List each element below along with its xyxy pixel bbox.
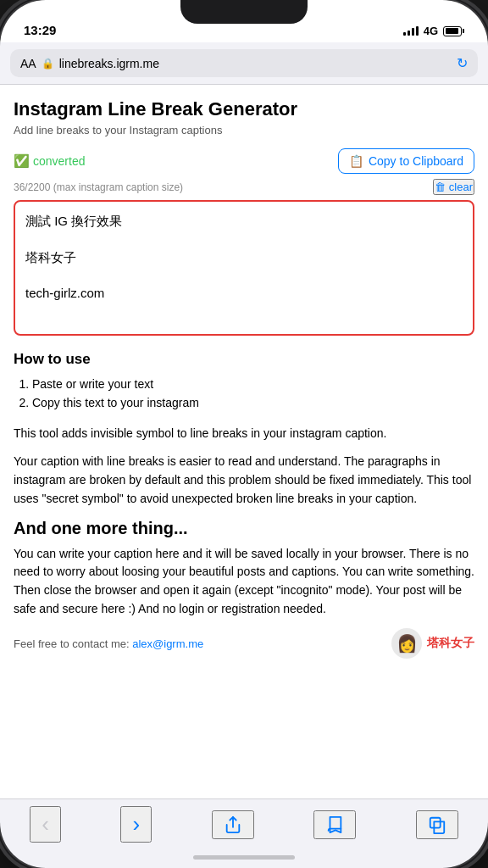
tabs-icon (428, 815, 446, 834)
clear-label: clear (449, 181, 473, 193)
phone-frame: 13:29 4G AA 🔒 linebreaks.igrm.me (0, 0, 488, 868)
address-left: AA 🔒 linebreaks.igrm.me (20, 57, 159, 70)
url-text: linebreaks.igrm.me (59, 57, 159, 70)
page-title: Instagram Line Break Generator (14, 98, 474, 120)
brand-name-label: 塔科女子 (427, 636, 474, 651)
how-step-1: Paste or write your text (32, 375, 474, 393)
text-line-3: 塔科女子 (25, 248, 463, 268)
info-paragraph-2: Your caption with line breaks is easier … (14, 453, 474, 508)
info-paragraph-1: This tool adds invisible symbol to line … (14, 425, 474, 443)
page-subtitle: Add line breaks to your Instagram captio… (14, 124, 474, 136)
text-line-1: 測試 IG 換行效果 (25, 212, 463, 231)
status-bar: 13:29 4G (0, 0, 488, 42)
browser-chrome: AA 🔒 linebreaks.igrm.me ↻ (0, 42, 488, 85)
battery-body (443, 26, 462, 36)
trash-icon: 🗑 (435, 181, 446, 193)
forward-button[interactable]: › (120, 806, 152, 843)
footer-row: Feel free to contact me: alex@igrm.me 👩 … (14, 628, 474, 665)
signal-bar-2 (408, 31, 410, 36)
forward-arrow-icon: › (132, 811, 140, 837)
converted-badge: ✅ converted (14, 153, 85, 169)
footer-email-link[interactable]: alex@igrm.me (132, 637, 203, 650)
text-line-4 (25, 267, 463, 284)
converted-label: converted (33, 154, 85, 168)
bookmarks-icon (325, 815, 344, 834)
aa-button[interactable]: AA (20, 57, 36, 70)
text-line-2 (25, 231, 463, 248)
counter-row: 36/2200 (max instagram caption size) 🗑 c… (14, 179, 474, 195)
footer-text: Feel free to contact me: alex@igrm.me (14, 637, 203, 650)
signal-bar-4 (416, 26, 419, 36)
info-paragraph-3: You can write your caption here and it w… (14, 545, 474, 619)
battery-tip (463, 29, 464, 33)
battery (443, 26, 464, 36)
page-content: Instagram Line Break Generator Add line … (0, 85, 488, 798)
home-indicator (0, 846, 488, 868)
browser-bottom-bar: ‹ › (0, 798, 488, 846)
lock-icon: 🔒 (42, 58, 54, 70)
footer-brand: 👩 塔科女子 (391, 628, 474, 659)
check-circle-icon: ✅ (14, 153, 30, 169)
signal-bar-1 (403, 32, 406, 36)
share-icon (224, 815, 242, 834)
and-more-title: And one more thing... (14, 519, 474, 538)
status-right: 4G (403, 25, 464, 37)
text-editor-area[interactable]: 測試 IG 換行效果 塔科女子 tech-girlz.com (14, 200, 474, 336)
copy-to-clipboard-button[interactable]: 📋 Copy to Clipboard (338, 148, 474, 174)
battery-fill (446, 28, 458, 34)
character-counter: 36/2200 (max instagram caption size) (14, 181, 183, 193)
copy-button-label: Copy to Clipboard (369, 154, 463, 168)
refresh-button[interactable]: ↻ (457, 55, 468, 71)
how-step-2: Copy this text to your instagram (32, 393, 474, 412)
how-to-steps-list: Paste or write your text Copy this text … (14, 375, 474, 413)
signal-bar-3 (412, 28, 414, 36)
network-label: 4G (424, 25, 438, 37)
signal-bars (403, 26, 419, 36)
text-line-5: tech-girlz.com (25, 284, 463, 303)
back-button[interactable]: ‹ (30, 806, 61, 843)
address-bar[interactable]: AA 🔒 linebreaks.igrm.me ↻ (10, 49, 478, 77)
home-bar (193, 855, 295, 860)
clipboard-icon: 📋 (349, 154, 363, 168)
how-to-use-title: How to use (14, 351, 474, 368)
svg-rect-1 (430, 817, 440, 827)
bookmarks-button[interactable] (313, 810, 356, 839)
notch (180, 0, 308, 24)
share-button[interactable] (212, 810, 254, 839)
status-row: ✅ converted 📋 Copy to Clipboard (14, 148, 474, 174)
status-time: 13:29 (24, 23, 56, 37)
back-arrow-icon: ‹ (42, 811, 49, 837)
brand-avatar: 👩 (391, 628, 422, 659)
tabs-button[interactable] (416, 810, 458, 839)
clear-button[interactable]: 🗑 clear (433, 179, 474, 195)
